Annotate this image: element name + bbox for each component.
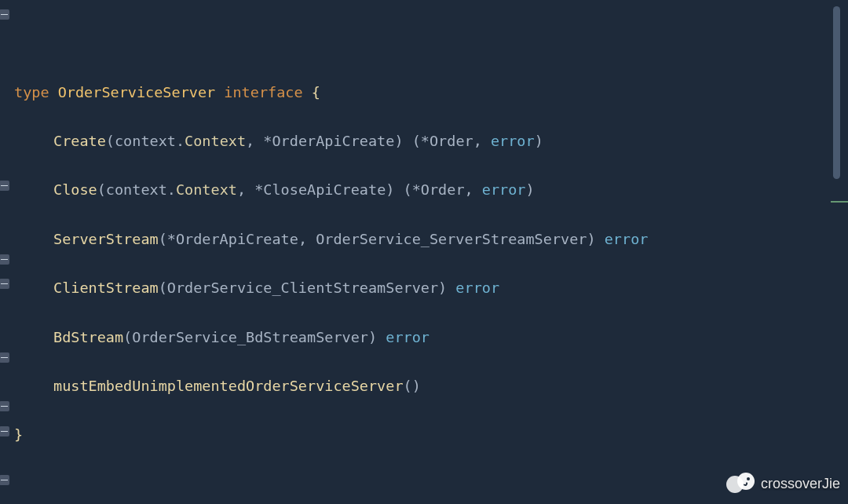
fold-icon[interactable] [0, 9, 9, 20]
code-line-blank[interactable] [0, 472, 848, 496]
gutter [0, 0, 9, 504]
fold-icon[interactable] [0, 401, 9, 411]
code-editor[interactable]: type OrderServiceServer interface { Crea… [0, 0, 848, 504]
vertical-scrollbar[interactable] [833, 6, 840, 179]
code-line[interactable]: } [0, 422, 848, 447]
code-line[interactable]: Create(context.Context, *OrderApiCreate)… [0, 129, 848, 153]
caret-indicator [831, 201, 848, 203]
wechat-icon [726, 471, 756, 496]
code-line[interactable]: BdStream(OrderService_BdStreamServer) er… [0, 325, 848, 349]
fold-icon[interactable] [0, 426, 9, 436]
fold-icon[interactable] [0, 352, 9, 363]
code-line[interactable]: type OrderServiceServer interface { [0, 80, 848, 104]
fold-icon[interactable] [0, 254, 9, 265]
watermark: crossoverJie [726, 471, 840, 496]
watermark-text: crossoverJie [761, 476, 840, 492]
code-line[interactable]: ServerStream(*OrderApiCreate, OrderServi… [0, 227, 848, 251]
code-line[interactable]: Close(context.Context, *CloseApiCreate) … [0, 177, 848, 202]
code-line[interactable]: mustEmbedUnimplementedOrderServiceServer… [0, 374, 848, 398]
code-line[interactable]: ClientStream(OrderService_ClientStreamSe… [0, 276, 848, 300]
fold-icon[interactable] [0, 475, 9, 485]
fold-icon[interactable] [0, 279, 9, 289]
fold-icon[interactable] [0, 181, 9, 191]
